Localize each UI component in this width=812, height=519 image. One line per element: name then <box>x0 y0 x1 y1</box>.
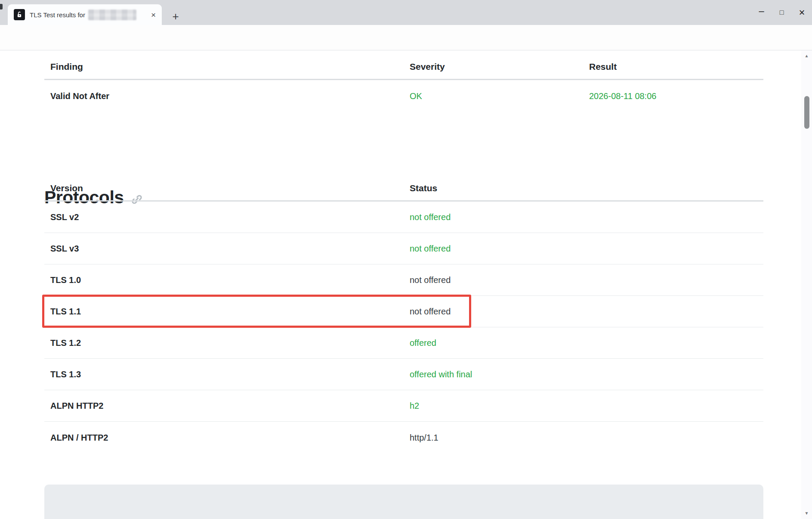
protocol-version: TLS 1.0 <box>50 275 81 285</box>
minimize-button[interactable]: – <box>751 0 772 25</box>
table-row: TLS 1.3 offered with final <box>44 359 763 390</box>
protocol-version: ALPN HTTP2 <box>50 401 103 411</box>
protocol-status: not offered <box>410 275 451 285</box>
table-row: ALPN HTTP2 h2 <box>44 390 763 422</box>
result-value: 2026-08-11 08:06 <box>589 91 656 101</box>
table-row: TLS 1.2 offered <box>44 327 763 359</box>
findings-table: Finding Severity Result Valid Not After … <box>44 50 763 112</box>
tab-title: TLS Test results for <box>30 11 85 19</box>
close-button[interactable]: × <box>792 0 812 25</box>
maximize-button[interactable]: □ <box>772 0 792 25</box>
protocol-version: TLS 1.2 <box>50 338 81 348</box>
column-header-version: Version <box>50 183 83 193</box>
browser-window: TLS Test results for × + – □ × <box>0 0 812 519</box>
protocol-version: TLS 1.3 <box>50 370 81 379</box>
tab-strip: TLS Test results for × + – □ × <box>0 0 812 25</box>
page-content: Finding Severity Result Valid Not After … <box>0 50 812 519</box>
protocol-version: ALPN / HTTP2 <box>50 432 108 442</box>
redacted-hostname-blur <box>88 9 136 20</box>
highlight-annotation-box <box>42 295 471 328</box>
protocols-table: Version Status SSL v2 not offered SSL v3… <box>44 175 763 453</box>
browser-tab[interactable]: TLS Test results for × <box>8 4 162 25</box>
browser-toolbar: https://testtls.com/443 A ☆ | <box>0 25 812 50</box>
protocol-status: offered with final <box>410 370 472 379</box>
tab-close-icon[interactable]: × <box>151 11 156 19</box>
next-section-card <box>44 485 763 519</box>
column-header-result: Result <box>589 62 617 72</box>
scroll-down-icon[interactable]: ▼ <box>801 511 812 516</box>
vertical-scrollbar[interactable]: ▲ ▼ <box>801 50 812 519</box>
column-header-status: Status <box>410 183 437 193</box>
findings-header-row: Finding Severity Result <box>44 50 763 80</box>
protocol-status: offered <box>410 338 436 348</box>
protocol-status: http/1.1 <box>410 432 438 442</box>
new-tab-button[interactable]: + <box>169 9 182 23</box>
column-header-finding: Finding <box>50 62 83 72</box>
table-row: SSL v3 not offered <box>44 233 763 264</box>
protocol-version: SSL v2 <box>50 212 79 222</box>
column-header-severity: Severity <box>410 62 445 72</box>
severity-value: OK <box>410 91 422 101</box>
protocols-header-row: Version Status <box>44 175 763 202</box>
table-row-highlighted: TLS 1.1 not offered <box>44 296 763 327</box>
window-edge-fragment <box>0 4 3 9</box>
protocol-version: TLS 1.1 <box>50 307 81 317</box>
table-row: SSL v2 not offered <box>44 202 763 233</box>
scroll-up-icon[interactable]: ▲ <box>801 53 812 58</box>
scrollbar-thumb[interactable] <box>804 96 809 129</box>
window-controls: – □ × <box>751 0 812 25</box>
protocol-status: not offered <box>410 212 451 222</box>
protocol-version: SSL v3 <box>50 244 79 254</box>
table-row: ALPN / HTTP2 http/1.1 <box>44 422 763 453</box>
protocol-status: not offered <box>410 244 451 254</box>
tab-favicon-open-lock-icon <box>14 9 25 20</box>
finding-name: Valid Not After <box>50 91 109 101</box>
protocol-status: h2 <box>410 401 419 411</box>
table-row: TLS 1.0 not offered <box>44 264 763 296</box>
protocol-status: not offered <box>410 307 451 317</box>
table-row: Valid Not After OK 2026-08-11 08:06 <box>44 80 763 112</box>
